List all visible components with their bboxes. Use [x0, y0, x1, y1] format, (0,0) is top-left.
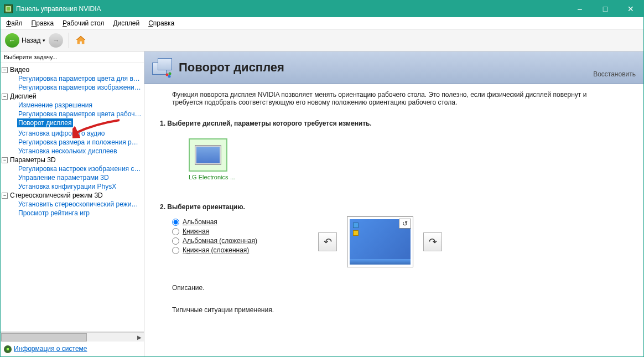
- svg-point-2: [166, 74, 169, 76]
- rotate-display-icon: [152, 57, 173, 78]
- collapse-icon[interactable]: −: [2, 193, 8, 199]
- horizontal-scrollbar[interactable]: ▶: [1, 332, 144, 342]
- scroll-right-icon[interactable]: ▶: [134, 333, 144, 342]
- back-dropdown-icon[interactable]: ▾: [43, 38, 45, 43]
- rotate-ccw-button[interactable]: ↶: [318, 232, 337, 251]
- typical-situations-label: Типичные ситуации применения.: [172, 306, 616, 314]
- forward-button[interactable]: →: [49, 33, 63, 48]
- menu-desktop[interactable]: Рабочий стол: [59, 18, 107, 28]
- maximize-button[interactable]: □: [593, 1, 618, 17]
- tree-link[interactable]: Регулировка настроек изображения с просм…: [17, 164, 143, 173]
- step1-label: 1. Выберите дисплей, параметры которого …: [160, 120, 616, 127]
- svg-point-4: [168, 75, 171, 78]
- tree-group-display[interactable]: −Дисплей: [2, 92, 143, 101]
- titlebar: Панель управления NVIDIA – □ ✕: [1, 1, 643, 17]
- menubar: Файл Правка Рабочий стол Дисплей Справка: [1, 17, 643, 29]
- tree-link[interactable]: Установка нескольких дисплеев: [17, 147, 143, 156]
- tree-group-stereo[interactable]: −Стереоскопический режим 3D: [2, 191, 143, 200]
- page-description: Функция поворота дисплея NVIDIA позволяе…: [172, 91, 616, 106]
- orientation-landscape-flipped[interactable]: Альбомная (сложенная): [172, 237, 257, 245]
- tree-link[interactable]: Установка конфигурации PhysX: [17, 182, 143, 191]
- close-button[interactable]: ✕: [618, 1, 643, 17]
- orientation-preview: ↺: [347, 216, 413, 267]
- orientation-landscape[interactable]: Альбомная: [172, 218, 257, 226]
- tree-link[interactable]: Просмотр рейтинга игр: [17, 209, 143, 218]
- tree-link[interactable]: Регулировка параметров цвета рабочего ст…: [17, 110, 143, 118]
- task-tree: −Видео Регулировка параметров цвета для …: [1, 63, 144, 332]
- tree-link[interactable]: Регулировка параметров изображения для в…: [17, 83, 143, 92]
- preview-taskbar: [350, 259, 411, 265]
- tree-group-3d[interactable]: −Параметры 3D: [2, 156, 143, 164]
- tree-link[interactable]: Изменение разрешения: [17, 101, 143, 110]
- back-label: Назад: [22, 37, 40, 44]
- system-info-link[interactable]: Информация о системе: [14, 345, 87, 353]
- toolbar-separator: [69, 33, 69, 48]
- svg-point-3: [169, 73, 172, 75]
- menu-file[interactable]: Файл: [3, 18, 26, 28]
- tree-group-video[interactable]: −Видео: [2, 65, 143, 74]
- toolbar: ← Назад ▾ →: [1, 29, 643, 51]
- preview-icon: [353, 223, 359, 228]
- menu-edit[interactable]: Правка: [28, 18, 58, 28]
- forward-icon: →: [49, 33, 63, 48]
- back-icon: ←: [5, 33, 19, 48]
- description-label: Описание.: [172, 284, 616, 292]
- page-header: Поворот дисплея Восстановить: [144, 51, 643, 84]
- display-name: LG Electronics …: [189, 174, 236, 180]
- menu-help[interactable]: Справка: [145, 18, 178, 28]
- orientation-radios: Альбомная Книжная Альбомная (сложенная) …: [172, 216, 257, 256]
- collapse-icon[interactable]: −: [2, 94, 8, 100]
- step2-label: 2. Выберите ориентацию.: [160, 203, 616, 211]
- page-title: Поворот дисплея: [179, 60, 593, 75]
- scrollbar-thumb[interactable]: [1, 333, 87, 342]
- minimize-button[interactable]: –: [567, 1, 593, 17]
- tree-link-selected[interactable]: Поворот дисплея: [17, 118, 73, 127]
- content-pane: Поворот дисплея Восстановить Функция пов…: [144, 51, 643, 356]
- orientation-portrait-flipped[interactable]: Книжная (сложенная): [172, 246, 257, 254]
- tree-link[interactable]: Регулировка размера и положения рабочего…: [17, 138, 143, 147]
- collapse-icon[interactable]: −: [2, 157, 8, 163]
- rotate-indicator-icon: ↺: [399, 219, 411, 229]
- system-info-link-row: Информация о системе: [1, 342, 144, 356]
- restore-link[interactable]: Восстановить: [593, 70, 636, 78]
- tree-link[interactable]: Управление параметрами 3D: [17, 173, 143, 182]
- tree-link[interactable]: Регулировка параметров цвета для видео: [17, 74, 143, 83]
- tree-link[interactable]: Установка цифрового аудио: [17, 129, 143, 138]
- window-title: Панель управления NVIDIA: [16, 5, 567, 13]
- app-icon: [4, 4, 13, 13]
- display-thumbnail[interactable]: LG Electronics …: [189, 138, 236, 180]
- back-button[interactable]: ← Назад ▾: [5, 33, 45, 48]
- home-button[interactable]: [75, 34, 87, 46]
- tree-link[interactable]: Установить стереоскопический режим 3D: [17, 200, 143, 209]
- nvidia-icon: [4, 345, 12, 353]
- home-icon: [75, 34, 87, 46]
- rotate-cw-button[interactable]: ↷: [423, 232, 442, 251]
- task-label: Выберите задачу...: [1, 51, 144, 63]
- collapse-icon[interactable]: −: [2, 67, 8, 73]
- task-pane: Выберите задачу... −Видео Регулировка па…: [1, 51, 144, 356]
- menu-display[interactable]: Дисплей: [110, 18, 143, 28]
- orientation-portrait[interactable]: Книжная: [172, 227, 257, 235]
- preview-icon: [353, 230, 359, 236]
